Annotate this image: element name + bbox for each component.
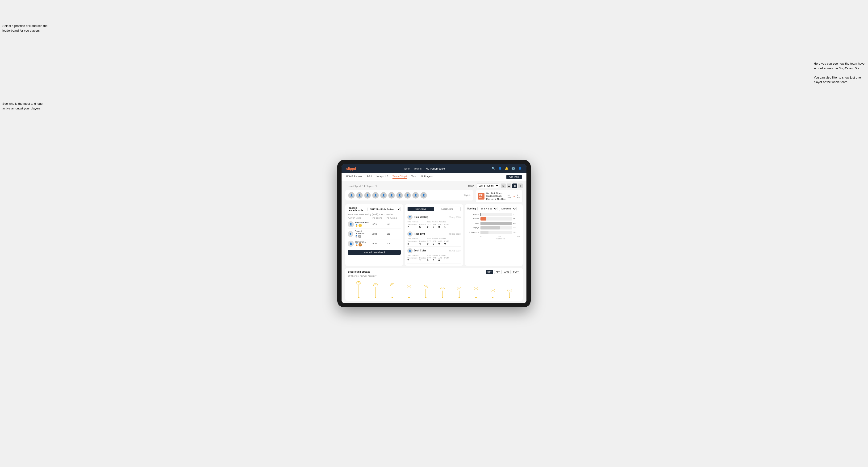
streaks-header: Best Round Streaks OTT APP ARG PUTT (348, 270, 520, 274)
leaderboard-row: 👤 Edward Crossman 🥈 2 18/20 107 (348, 229, 401, 239)
scoring-bar-chart: Eagles 3 Birdies 96 (467, 213, 520, 234)
streaks-subtitle: Off The Tee, Fairway Accuracy (348, 275, 520, 277)
bar-row-bogeys: Bogeys 311 (467, 226, 520, 229)
subnav-tour[interactable]: Tour (411, 175, 416, 179)
streak-dot-3x-2: 3x (507, 289, 512, 298)
players-label: Players (463, 194, 470, 196)
bar-row-pars: Pars 499 (467, 222, 520, 225)
streak-putt-button[interactable]: PUTT (512, 270, 521, 274)
bell-icon[interactable]: 🔔 (505, 167, 508, 170)
bar-row-birdies: Birdies 96 (467, 217, 520, 220)
tablet-device: clippd Home Teams My Performance 🔍 👤 🔔 ⚙… (337, 160, 531, 307)
avatar-10[interactable]: 👤 (420, 192, 427, 198)
avatar-6[interactable]: 👤 (388, 192, 395, 198)
view-full-leaderboard-button[interactable]: View Full Leaderboard (348, 250, 401, 255)
player-avatars: 👤 👤 👤 👤 👤 👤 👤 👤 👤 👤 (348, 192, 427, 198)
leaderboard-title: Practice Leaderboards (348, 207, 368, 212)
streak-dot-6x-1: 6x (373, 283, 377, 298)
players-row: 👤 👤 👤 👤 👤 👤 👤 👤 👤 👤 Players (345, 190, 473, 200)
streak-arg-button[interactable]: ARG (503, 270, 511, 274)
avatar-8[interactable]: 👤 (404, 192, 411, 198)
most-active-tab[interactable]: Most Active (408, 207, 434, 211)
sub-nav-links: PGAT Players PGA Hcaps 1-5 Team Clippd T… (346, 175, 433, 179)
settings-icon[interactable]: ⚙️ (512, 167, 515, 170)
card-view-icon[interactable]: ▦ (512, 184, 517, 188)
subnav-hcaps[interactable]: Hcaps 1-5 (376, 175, 388, 179)
avatar-7[interactable]: 👤 (396, 192, 403, 198)
streak-dot-4x-3: 4x (474, 287, 478, 298)
annotation-top-left: Select a practice drill and see the lead… (2, 24, 50, 33)
streak-chart: 7x 6x 6x (348, 280, 520, 299)
streak-dot-4x-2: 4x (457, 287, 461, 298)
shot-text: Shot Dist: 16 yds Start Lie: Rough End L… (486, 192, 506, 201)
lb-avatar-2: 👤 (348, 231, 353, 237)
person-icon[interactable]: 👤 (498, 167, 502, 170)
nav-home[interactable]: Home (403, 167, 409, 170)
leaderboard-header: Practice Leaderboards PUTT Must Make Put… (348, 207, 401, 212)
scoring-par-select[interactable]: Par 3, 4 & 5s (477, 207, 497, 211)
practice-leaderboards-card: Practice Leaderboards PUTT Must Make Put… (345, 204, 403, 266)
leaderboard-col-headers: PLAYER NAME PB SCORE PB AVG SQ (348, 217, 401, 219)
bar-row-dbogeys: D. Bogeys + 131 (467, 231, 520, 234)
shot-numbers: 16 yds → 0 yds (507, 194, 520, 198)
streak-dot-5x-2: 5x (424, 285, 428, 298)
logo: clippd (346, 167, 356, 170)
tablet-screen: clippd Home Teams My Performance 🔍 👤 🔔 ⚙… (342, 164, 526, 303)
team-title: Team Clippd 14 Players ✎ (345, 184, 378, 188)
streak-ott-button[interactable]: OTT (486, 270, 493, 274)
active-player-card-2: 👤 Rees Britt 02 Sep 2023 Total Rounds To… (407, 230, 460, 247)
subnav-team-clippd[interactable]: Team Clippd (393, 175, 407, 179)
active-player-card-1: 👤 Blair McHarg 26 Aug 2023 Total Rounds … (407, 213, 460, 230)
chart-x-axis: 0 200 400 (467, 235, 520, 237)
add-team-button[interactable]: Add Team (506, 175, 522, 179)
view-icons: ⊞ ☰ ▦ ↕ (501, 184, 523, 188)
sort-icon[interactable]: ↕ (518, 184, 523, 188)
avatar-3[interactable]: 👤 (364, 192, 371, 198)
scoring-players-select[interactable]: All Players (499, 207, 517, 211)
nav-teams[interactable]: Teams (414, 167, 422, 170)
shot-badge: 198 SG (478, 193, 485, 199)
avatar-1[interactable]: 👤 (348, 192, 355, 198)
streaks-title: Best Round Streaks (348, 271, 370, 273)
three-columns: Practice Leaderboards PUTT Must Make Put… (345, 204, 523, 266)
streak-dot-3x-1: 3x (491, 289, 495, 298)
streak-dots: 7x 6x 6x (348, 280, 520, 298)
subnav-all-players[interactable]: All Players (421, 175, 433, 179)
lb-avatar-1: 👤 (348, 221, 354, 227)
leaderboard-sub-info: PUTT Must Make Putting (3-6 ft), Last 3 … (348, 213, 401, 216)
active-section-card: Most Active Least Active 👤 Blair McHarg … (405, 204, 463, 266)
list-view-icon[interactable]: ☰ (507, 184, 512, 188)
top-nav: clippd Home Teams My Performance 🔍 👤 🔔 ⚙… (342, 164, 526, 173)
active-avatar-3: 👤 (407, 248, 412, 253)
annotation-right: Here you can see how the team have score… (814, 61, 866, 85)
scoring-header: Scoring Par 3, 4 & 5s All Players (467, 207, 520, 211)
nav-links: Home Teams My Performance (403, 167, 445, 170)
avatar-5[interactable]: 👤 (380, 192, 387, 198)
user-avatar-icon[interactable]: 👤 (518, 167, 522, 170)
nav-icons: 🔍 👤 🔔 ⚙️ 👤 (492, 167, 522, 170)
active-toggle-tabs: Most Active Least Active (407, 207, 460, 211)
active-player-card-3: 👤 Josh Coles 26 Aug 2023 Total Rounds To… (407, 247, 460, 263)
streak-app-button[interactable]: APP (494, 270, 502, 274)
streak-dot-5x-1: 5x (407, 285, 411, 298)
lb-avatar-3: 👤 (348, 241, 354, 247)
least-active-tab[interactable]: Least Active (434, 207, 460, 211)
nav-my-performance[interactable]: My Performance (426, 167, 445, 170)
shot-arrow-icon: → (512, 194, 516, 198)
subnav-pgat[interactable]: PGAT Players (346, 175, 363, 179)
shot-info: 198 SG Shot Dist: 16 yds Start Lie: Roug… (475, 190, 523, 203)
leaderboard-drill-select[interactable]: PUTT Must Make Putting... (368, 207, 401, 211)
avatar-2[interactable]: 👤 (356, 192, 363, 198)
bar-row-eagles: Eagles 3 (467, 213, 520, 216)
main-content: Team Clippd 14 Players ✎ Show: Last 3 mo… (342, 181, 526, 303)
avatar-4[interactable]: 👤 (372, 192, 379, 198)
grid-view-icon[interactable]: ⊞ (501, 184, 506, 188)
chart-x-label: Total Shots (467, 238, 520, 240)
gold-medal-icon: 🥇 (355, 224, 358, 227)
show-period-select[interactable]: Last 3 months Last 6 months Last year (476, 184, 499, 188)
edit-icon[interactable]: ✎ (375, 184, 378, 188)
subnav-pga[interactable]: PGA (367, 175, 372, 179)
search-icon[interactable]: 🔍 (492, 167, 495, 170)
streak-dot-6x-2: 6x (390, 283, 394, 298)
avatar-9[interactable]: 👤 (412, 192, 419, 198)
